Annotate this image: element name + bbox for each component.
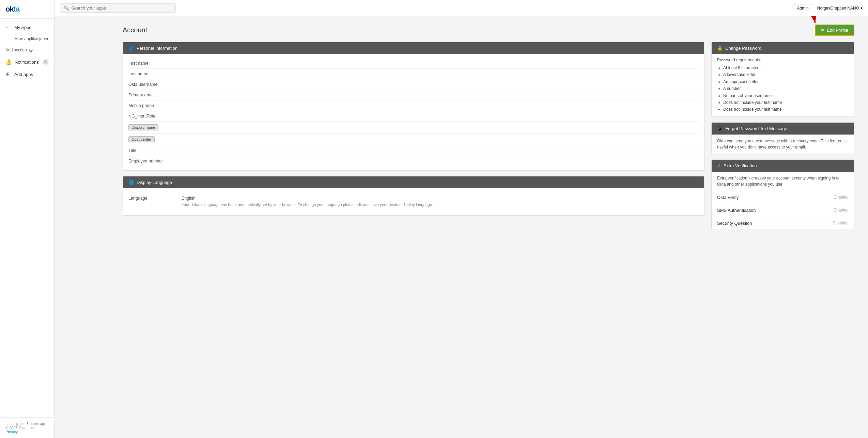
form-row-primary-email: Primary email — [128, 90, 699, 100]
form-row-display-name: Display name — [128, 122, 699, 134]
language-value: English — [182, 196, 699, 201]
display-language-card: 🌐 Display Language Language English Your… — [123, 176, 704, 216]
search-icon: 🔍 — [64, 5, 69, 11]
okta-username-label: Okta username — [128, 82, 176, 87]
sidebar-footer: Last sign in: 3 hours ago © 2023 Okta, I… — [0, 417, 54, 438]
security-question-status: Disabled — [833, 221, 849, 225]
extra-verification-desc: Extra verification increases your accoun… — [712, 172, 854, 191]
language-desc: Your default language has been automatic… — [182, 202, 699, 208]
sidebar-nav: ⌂ My Apps Mine applikasjoner Add section… — [0, 19, 54, 417]
okta-verify-status: Enabled — [834, 195, 849, 200]
notification-badge: ! — [43, 59, 48, 65]
form-row-last-name: Last name — [128, 69, 699, 79]
form-row-cost-center: Cost center — [128, 134, 699, 145]
ng-input-role-label: NG_InputRole — [128, 114, 176, 119]
pw-req-item-6: Does not include your first name — [723, 99, 849, 106]
page-header: Account ✏ Edit Profile — [123, 25, 854, 36]
change-password-header: 🔒 Change Password — [712, 42, 854, 54]
grid-icon: ⊞ — [5, 71, 12, 77]
pw-req-item-2: A lowercase letter — [723, 71, 849, 78]
sidebar-my-apps-label: My Apps — [14, 25, 31, 30]
form-row-okta-username: Okta username — [128, 79, 699, 90]
extra-verification-card: ✓ Extra Verification Extra verification … — [711, 159, 854, 230]
employee-number-label: Employee number — [128, 159, 176, 163]
primary-email-label: Primary email — [128, 93, 176, 97]
chevron-down-icon: ▾ — [861, 6, 863, 11]
person-icon: 👤 — [128, 46, 134, 51]
mobile-phone-label: Mobile phone — [128, 103, 176, 108]
main-content: Account ✏ Edit Profile 👤 — [109, 16, 868, 438]
topbar: 🔍 Admin NorgasGruppen NANO ▾ — [55, 0, 868, 16]
lock-icon: 🔒 — [717, 46, 723, 51]
add-section-icon: ⊕ — [29, 47, 33, 53]
extra-verification-header: ✓ Extra Verification — [712, 160, 854, 172]
sidebar-add-apps-label: Add apps — [14, 72, 33, 77]
form-row-first-name: First name — [128, 58, 699, 69]
sidebar-item-my-apps[interactable]: ⌂ My Apps — [0, 21, 54, 33]
pw-req-item-5: No parts of your username — [723, 92, 849, 99]
display-language-header: 🌐 Display Language — [123, 176, 704, 188]
sidebar-item-add-apps[interactable]: ⊞ Add apps — [0, 68, 54, 80]
display-language-body: Language English Your default language h… — [123, 188, 704, 215]
privacy-link[interactable]: Privacy — [5, 430, 18, 434]
sidebar-notifications-label: Notifications — [15, 60, 39, 65]
edit-profile-button[interactable]: ✏ Edit Profile — [815, 25, 854, 36]
bell-icon: 🔔 — [5, 59, 12, 65]
pw-req-list: At least 8 characters A lowercase letter… — [717, 64, 849, 113]
okta-logo: okta — [0, 0, 54, 19]
forgot-password-card: 📱 Forgot Password Text Message Okta can … — [711, 122, 854, 154]
first-name-label: First name — [128, 61, 176, 66]
personal-information-card: 👤 Personal Information First name Last n… — [123, 42, 704, 171]
home-icon: ⌂ — [5, 25, 12, 30]
form-row-ng-input-role: NG_InputRole — [128, 111, 699, 122]
org-name[interactable]: NorgasGruppen NANO ▾ — [817, 6, 863, 11]
password-requirements: Password requirements: At least 8 charac… — [712, 54, 854, 116]
left-column: 👤 Personal Information First name Last n… — [123, 42, 704, 216]
sms-auth-status: Enabled — [834, 208, 849, 213]
sidebar-item-mine-applikasjoner[interactable]: Mine applikasjoner — [0, 33, 54, 44]
language-row: Language English Your default language h… — [128, 192, 699, 211]
search-box[interactable]: 🔍 — [60, 3, 176, 13]
change-password-card: 🔒 Change Password Password requirements:… — [711, 42, 854, 117]
form-row-employee-number: Employee number — [128, 156, 699, 166]
last-signin: Last sign in: 3 hours ago — [5, 422, 49, 426]
topbar-right: Admin NorgasGruppen NANO ▾ — [793, 4, 863, 12]
form-row-title: Title — [128, 145, 699, 156]
title-label: Title — [128, 148, 176, 153]
content-columns: 👤 Personal Information First name Last n… — [123, 42, 854, 230]
personal-information-header: 👤 Personal Information — [123, 42, 704, 54]
verif-item-sms-auth: SMS Authentication Enabled — [712, 204, 854, 217]
verif-item-security-question: Security Question Disabled — [712, 217, 854, 230]
personal-information-body: First name Last name Okta username — [123, 54, 704, 170]
okta-verify-name: Okta Verify — [717, 195, 739, 200]
right-column: 🔒 Change Password Password requirements:… — [711, 42, 854, 230]
phone-icon: 📱 — [717, 126, 723, 131]
forgot-password-desc: Okta can send you a text message with a … — [712, 135, 854, 154]
page-title: Account — [123, 26, 147, 34]
sidebar-item-notifications[interactable]: 🔔 Notifications ! — [0, 56, 54, 68]
forgot-password-header: 📱 Forgot Password Text Message — [712, 123, 854, 135]
pw-req-item-3: An uppercase letter — [723, 78, 849, 85]
sms-auth-name: SMS Authentication — [717, 208, 756, 213]
search-input[interactable] — [71, 5, 172, 11]
display-name-badge: Display name — [128, 124, 158, 130]
verif-item-okta-verify: Okta Verify Enabled — [712, 191, 854, 204]
language-label: Language — [128, 196, 176, 208]
pw-req-item-7: Does not include your last name — [723, 106, 849, 113]
cost-center-badge: Cost center — [128, 136, 155, 142]
add-section-label: Add section — [5, 48, 27, 52]
pw-req-title: Password requirements: — [717, 58, 849, 62]
check-icon: ✓ — [717, 163, 721, 168]
edit-profile-container: ✏ Edit Profile — [815, 25, 854, 36]
sidebar-mine-label: Mine applikasjoner — [14, 36, 48, 41]
sidebar: okta ⌂ My Apps Mine applikasjoner Add se… — [0, 0, 55, 438]
copyright: © 2023 Okta, Inc. — [5, 426, 49, 430]
pencil-icon: ✏ — [821, 28, 825, 33]
sidebar-add-section[interactable]: Add section ⊕ — [0, 44, 54, 56]
pw-req-item-1: At least 8 characters — [723, 64, 849, 71]
admin-button[interactable]: Admin — [793, 4, 813, 12]
pw-req-item-4: A number — [723, 85, 849, 92]
globe-icon: 🌐 — [128, 180, 134, 185]
last-name-label: Last name — [128, 72, 176, 76]
language-content: English Your default language has been a… — [182, 196, 699, 208]
